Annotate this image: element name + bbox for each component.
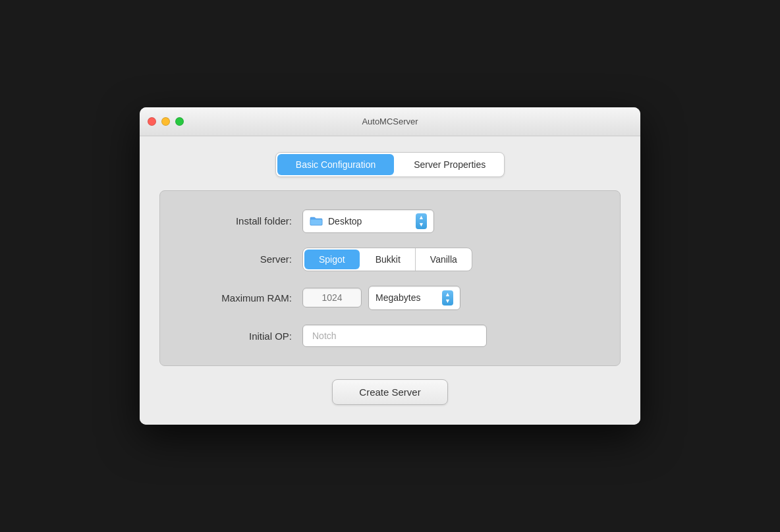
svg-rect-0: [310, 219, 322, 225]
server-row: Server: Spigot Bukkit Vanilla: [186, 248, 594, 271]
install-folder-row: Install folder: Desktop ▲ ▼: [186, 209, 594, 233]
folder-icon: [310, 216, 323, 226]
max-ram-row: Maximum RAM: Megabytes ▲ ▼: [186, 286, 594, 311]
initial-op-input[interactable]: [302, 325, 487, 347]
ram-stepper[interactable]: ▲ ▼: [442, 290, 453, 306]
main-content: Basic Configuration Server Properties In…: [140, 136, 640, 425]
minimize-button[interactable]: [161, 117, 170, 126]
config-panel: Install folder: Desktop ▲ ▼ Server:: [159, 190, 621, 366]
initial-op-row: Initial OP:: [186, 325, 594, 347]
install-folder-label: Install folder:: [186, 215, 292, 226]
create-server-button[interactable]: Create Server: [332, 379, 447, 405]
tab-server-properties[interactable]: Server Properties: [395, 153, 504, 176]
close-button[interactable]: [148, 117, 156, 126]
install-folder-select[interactable]: Desktop ▲ ▼: [302, 209, 434, 233]
maximize-button[interactable]: [175, 117, 184, 126]
app-window: AutoMCServer Basic Configuration Server …: [140, 107, 640, 425]
ram-down-arrow: ▼: [445, 298, 451, 305]
tab-basic-config[interactable]: Basic Configuration: [277, 154, 394, 175]
ram-unit-select[interactable]: Megabytes ▲ ▼: [368, 286, 460, 311]
tab-group: Basic Configuration Server Properties: [275, 152, 505, 177]
ram-unit-text: Megabytes: [376, 292, 437, 303]
titlebar: AutoMCServer: [140, 107, 640, 136]
server-btn-spigot[interactable]: Spigot: [304, 250, 360, 269]
ram-input[interactable]: [302, 288, 362, 307]
server-type-group: Spigot Bukkit Vanilla: [302, 248, 472, 271]
ram-controls: Megabytes ▲ ▼: [302, 286, 460, 311]
folder-up-arrow: ▲: [418, 214, 424, 221]
tabs-container: Basic Configuration Server Properties: [159, 152, 621, 177]
window-title: AutoMCServer: [362, 117, 418, 126]
server-btn-bukkit[interactable]: Bukkit: [361, 248, 415, 271]
server-label: Server:: [186, 253, 292, 265]
server-btn-vanilla[interactable]: Vanilla: [415, 248, 472, 271]
ram-up-arrow: ▲: [445, 291, 451, 298]
max-ram-label: Maximum RAM:: [186, 292, 292, 304]
folder-stepper[interactable]: ▲ ▼: [416, 213, 427, 229]
folder-value: Desktop: [328, 216, 410, 226]
folder-down-arrow: ▼: [418, 221, 424, 228]
initial-op-label: Initial OP:: [186, 331, 292, 342]
traffic-lights: [148, 117, 184, 126]
